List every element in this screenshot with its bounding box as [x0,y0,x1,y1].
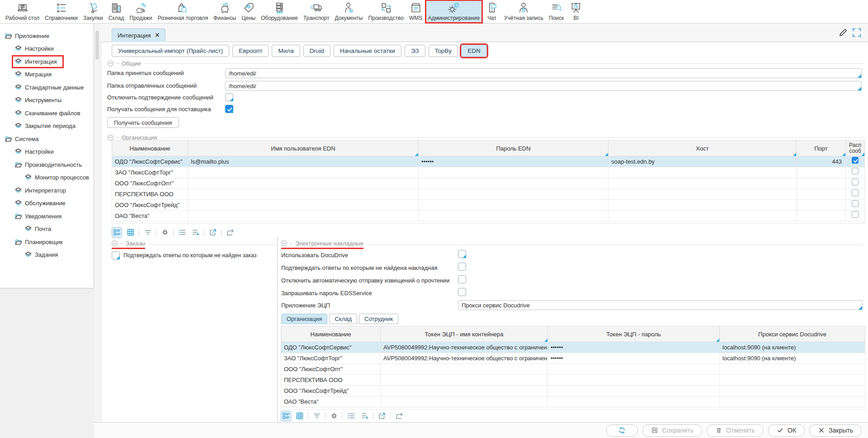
add-list-button[interactable] [190,227,201,238]
toolbar-item-retail[interactable]: Розничная торговля [155,0,211,23]
table-row[interactable]: ООО "ЛюксСофтТрейд" [112,200,865,211]
disable-confirm-checkbox[interactable] [225,93,233,101]
close-button[interactable]: Закрыть [809,424,862,437]
tab-warehouse[interactable]: Склад [329,314,357,324]
subtab-edn[interactable]: EDN [461,45,487,57]
sidebar-item-process-monitor[interactable]: Монитор процессов [0,171,94,184]
column-header[interactable]: Хост [609,141,797,156]
toolbar-item-finance[interactable]: Финансы [211,0,239,23]
subtab-druid[interactable]: Druid [303,45,330,57]
sidebar-item-tasks[interactable]: Задания [0,249,94,262]
view-grid-button[interactable] [294,411,305,421]
table-row[interactable]: ООО "ЛюксСофтОпт" [281,364,865,375]
collapse-icon[interactable] [108,61,113,66]
subtab-universal-import[interactable]: Универсальный импорт (Прайс-лист) [112,45,229,57]
view-grid-button[interactable] [125,227,136,238]
view-cards-button[interactable] [281,411,291,421]
print-messages-checkbox[interactable] [852,211,859,218]
column-header[interactable]: Порт [797,141,846,156]
ok-button[interactable]: ОК [768,424,805,437]
toolbar-item-account[interactable]: Учётная запись [501,0,546,23]
sidebar-item-application[interactable]: Приложение [0,29,94,42]
confirm-no-order-checkbox[interactable] [112,251,120,259]
table-row[interactable]: ООО "ЛюксСофтТрейд" [281,386,865,396]
left-scroll-strip[interactable] [94,24,101,422]
refresh-button[interactable] [606,424,638,437]
column-header[interactable]: Расп сооб [846,141,865,156]
sidebar-item-performance[interactable]: Производительность [0,158,94,171]
toolbar-item-production[interactable]: Производство [365,0,406,23]
sent-folder-input[interactable] [225,81,862,91]
tab-organization[interactable]: Организация [281,314,327,324]
settings-button[interactable] [160,227,170,238]
toolbar-item-prices[interactable]: $ Цены [239,0,258,23]
subtab-mila[interactable]: Мила [272,45,300,57]
reload-button[interactable] [225,227,235,238]
signature-app-input[interactable] [458,300,863,310]
print-messages-checkbox[interactable] [852,189,859,196]
sidebar-item-settings[interactable]: Настройки [0,42,94,56]
sidebar-item-interpreter[interactable]: Интерпретатор [0,184,94,197]
collapse-icon[interactable] [112,240,118,246]
tab-integration[interactable]: Интеграция × [112,28,165,42]
sidebar-item-period-closing[interactable]: Закрытие периода [0,120,94,133]
table-row[interactable]: ПЕРСПЕКТИВА ООО [281,375,865,386]
column-header[interactable]: Пароль EDN [419,141,609,156]
table-row[interactable]: ЗАО "ЛюксСофтТорг"AVP5080049992:Научно-т… [281,353,865,364]
toolbar-item-bi[interactable]: BI [566,0,585,23]
settings-button[interactable] [329,411,339,421]
sidebar-item-file-download[interactable]: Скачивание файлов [0,107,94,120]
toolbar-item-sales[interactable]: Продажи [127,0,155,23]
toolbar-item-chat[interactable]: Чат [482,0,501,23]
open-external-button[interactable] [377,411,387,421]
column-header[interactable]: Токен ЭЦП - пароль [548,326,720,342]
save-button[interactable]: Сохранить [642,424,702,437]
received-folder-input[interactable] [225,68,862,78]
column-header[interactable]: Токен ЭЦП - имя контейнера [381,326,548,342]
collapse-icon[interactable] [281,240,287,246]
toolbar-item-administration[interactable]: Администрирование [425,0,482,23]
open-external-button[interactable] [208,227,218,238]
sidebar-item-mail[interactable]: Почта [0,223,94,236]
table-row[interactable]: ЗАО "ЛюксСофтТорг" [112,167,865,178]
column-header[interactable]: Наименование [112,141,188,156]
table-row[interactable]: ОАО "Веста" [112,211,865,221]
table-row[interactable]: ООО "ЛюксСофтОпт" [112,178,865,189]
print-messages-checkbox[interactable] [852,200,859,207]
sidebar-item-tools[interactable]: Инструменты [0,94,94,107]
toolbar-item-search[interactable]: Поиск [546,0,566,23]
reload-button[interactable] [394,411,404,421]
toolbar-item-purchases[interactable]: Закупки [80,0,106,23]
sidebar-item-migration[interactable]: Миграция [0,68,94,81]
column-header[interactable]: Прокси сервис Docudrive [720,326,865,342]
tab-employee[interactable]: Сотрудник [359,314,398,324]
edit-icon[interactable] [838,28,848,38]
disable-read-notices-checkbox[interactable] [458,275,466,283]
toolbar-item-directories[interactable]: Справочники [42,0,80,23]
toolbar-item-equipment[interactable]: Оборудование [258,0,301,23]
confirm-not-found-checkbox[interactable] [458,263,466,271]
toolbar-item-wms[interactable]: WMS [406,0,425,23]
subtab-opening-balances[interactable]: Начальные остатки [334,45,401,57]
filter-button[interactable] [311,411,322,421]
table-row[interactable]: ОАО "Веста" [281,396,865,407]
sidebar-item-integration[interactable]: Интеграция [0,55,94,68]
table-row[interactable]: ОДО "ЛюксСофтСервис"AVP5080049992:Научно… [281,342,865,353]
print-messages-checkbox[interactable] [852,157,859,164]
view-cards-button[interactable] [112,227,122,238]
toolbar-item-documents[interactable]: Документы [332,0,366,23]
subtab-ez[interactable]: ЭЗ [405,45,425,57]
toolbar-item-transport[interactable]: Транспорт [301,0,332,23]
numbered-list-button[interactable] [346,411,356,421]
table-row[interactable]: ОДО "ЛюксСофтСервис"ls@mailto.plus •••••… [112,156,865,167]
subtab-evroopt[interactable]: Евроопт [232,45,269,57]
cancel-button[interactable]: Отменить [707,424,764,437]
print-messages-checkbox[interactable] [852,168,859,174]
scrollbar-thumb[interactable] [95,31,99,60]
use-docudrive-checkbox[interactable] [458,250,466,258]
add-list-button[interactable] [359,411,370,421]
sidebar-item-standard-data[interactable]: Стандартные данные [0,81,94,94]
column-header[interactable]: Имя пользователя EDN [188,141,419,156]
print-messages-checkbox[interactable] [852,179,859,185]
table-row[interactable]: ПЕРСПЕКТИВА ООО [112,189,865,200]
